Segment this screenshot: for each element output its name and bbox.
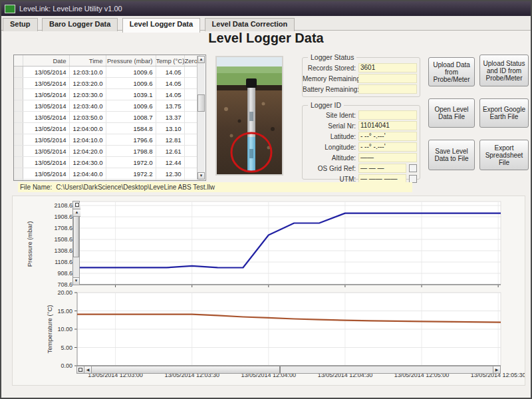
table-cell: 12:03:30.0 (69, 89, 106, 100)
table-cell: 1039.1 (106, 89, 156, 100)
os-grid-ref-field[interactable]: — — — (358, 164, 406, 173)
table-scroll-thumb[interactable] (198, 94, 205, 112)
probe-photo (215, 56, 283, 176)
row-header (14, 112, 23, 123)
table-cell: 1972.2 (106, 168, 156, 180)
file-name-value: C:\Users\DarkScience\Desktop\LeveLine AB… (56, 184, 215, 191)
chart-horizontal-scrollbar[interactable]: ◀ ▶ (76, 366, 501, 374)
open-level-data-button[interactable]: Open Level Data File (428, 98, 475, 128)
upload-data-button[interactable]: Upload Data from Probe/Meter (428, 57, 475, 86)
table-cell: 13/05/2014 (23, 100, 69, 112)
table-cell: 12:03:20.0 (69, 78, 106, 89)
altitude-label: Altitude: (303, 154, 358, 162)
table-cell: 14.05 (156, 89, 184, 100)
table-cell: 12:04:20.0 (69, 146, 106, 157)
y-axis-tick-label: 1508.6 (54, 236, 72, 243)
longitude-label: Longitude: (303, 144, 358, 151)
chart-hscroll-thumb[interactable] (92, 366, 281, 373)
scroll-left-icon[interactable]: ◀ (84, 366, 92, 373)
table-row[interactable]: 13/05/201412:03:50.01008.713.37 (14, 112, 200, 123)
tab-level-logger-data[interactable]: Level Logger Data (122, 18, 200, 33)
table-row[interactable]: 13/05/201412:04:40.01972.212.30 (14, 168, 200, 180)
upload-status-id-button[interactable]: Upload Status and ID from Probe/Meter (479, 55, 529, 86)
save-level-data-button[interactable]: Save Level Data to File (428, 140, 475, 170)
table-row[interactable] (14, 180, 200, 182)
row-header-corner (14, 55, 23, 66)
os-grid-ref-checkbox[interactable] (409, 164, 417, 172)
table-cell: 13.37 (156, 112, 184, 123)
col-date: Date (23, 55, 69, 66)
altitude-field[interactable]: —— (358, 153, 417, 162)
table-cell: 12:04:10.0 (69, 134, 106, 146)
logger-id-group: Logger ID Site Ident: Serial Nr: 1101404… (302, 105, 420, 180)
temperature-chart: 13/05/2014 12:03:0013/05/2014 12:03:3013… (46, 289, 525, 378)
table-cell: 13/05/2014 (23, 89, 69, 100)
chart-vscroll-thumb[interactable] (73, 216, 79, 257)
pressure-chart-vertical-scrollbar[interactable]: ▲ ▼ (72, 201, 80, 285)
site-ident-field[interactable] (358, 110, 417, 120)
table-cell: 13/05/2014 (23, 123, 69, 134)
table-row[interactable]: 13/05/201412:03:40.01009.613.75 (14, 100, 200, 112)
tab-baro-logger-data[interactable]: Baro Logger Data (42, 18, 118, 31)
y-axis-tick-label: 0.00 (61, 362, 72, 369)
export-spreadsheet-button[interactable]: Export Spreadsheet File (479, 140, 529, 170)
table-scrollbar[interactable]: ▲ ▼ (197, 56, 205, 180)
table-cell: 1009.6 (106, 100, 156, 112)
table-cell: 13/05/2014 (23, 157, 69, 168)
pressure-chart: 2108.61908.61708.61508.61308.61108.6908.… (26, 201, 501, 288)
tab-setup[interactable]: Setup (3, 18, 38, 31)
row-header (14, 66, 23, 78)
data-table: Date Time Pressure (mbar) Temp (°C) Zero… (13, 55, 206, 181)
table-row[interactable]: 13/05/201412:03:20.01009.614.05 (14, 78, 200, 89)
row-header (14, 89, 23, 100)
serial-nr-field[interactable]: 11014041 (358, 121, 417, 130)
table-cell: 13/05/2014 (23, 146, 69, 157)
chart-reset-icon[interactable] (73, 203, 80, 209)
y-axis-tick-label: 2108.6 (54, 202, 72, 209)
table-row[interactable]: 13/05/201412:04:00.01584.813.10 (14, 123, 200, 134)
table-cell: 12.61 (156, 146, 184, 157)
table-row[interactable]: 13/05/201412:03:30.01039.114.05 (14, 89, 200, 100)
table-row[interactable]: 13/05/201412:04:30.01972.012.44 (14, 157, 200, 168)
os-grid-ref-label: OS Grid Ref: (303, 165, 358, 172)
row-header (14, 168, 23, 180)
table-cell: 1009.6 (106, 66, 156, 78)
col-pressure: Pressure (mbar) (106, 55, 156, 66)
memory-remaining-field[interactable] (358, 74, 417, 83)
tab-level-data-correction[interactable]: Level Data Correction (205, 18, 295, 31)
records-stored-field[interactable]: 3601 (358, 63, 417, 72)
temperature-axis-title: Temperature (°C) (46, 305, 53, 354)
table-header-row: Date Time Pressure (mbar) Temp (°C) Zero (14, 55, 200, 66)
table-cell: 13/05/2014 (23, 168, 69, 180)
records-stored-label: Records Stored: (303, 65, 358, 72)
scroll-right-icon[interactable]: ▶ (493, 366, 500, 373)
battery-remaining-field[interactable] (358, 84, 417, 94)
latitude-field[interactable]: - --° -.---' (358, 132, 417, 141)
scroll-up-icon[interactable]: ▲ (198, 56, 205, 63)
table-cell: 12:03:10.0 (69, 66, 106, 78)
col-time: Time (69, 55, 106, 66)
longitude-field[interactable]: - --° -.---' (358, 142, 417, 152)
table-row[interactable]: 13/05/201412:04:20.01798.812.61 (14, 146, 200, 157)
table-cell: 12:04:30.0 (69, 157, 106, 168)
row-header (14, 157, 23, 168)
scroll-down-icon[interactable]: ▼ (198, 172, 205, 180)
y-axis-tick-label: 20.00 (57, 289, 72, 296)
tab-bar: Setup Baro Logger Data Level Logger Data… (1, 16, 531, 31)
export-google-earth-button[interactable]: Export Google Earth File (479, 98, 529, 128)
table-cell: 13/05/2014 (23, 112, 69, 123)
table-cell: 12:04:40.0 (69, 168, 106, 180)
table-row[interactable]: 13/05/201412:04:10.01796.612.81 (14, 134, 200, 146)
table-row[interactable]: 13/05/201412:03:10.01009.614.05 (14, 66, 200, 78)
plot-area (77, 201, 501, 285)
probe-illustration (217, 57, 282, 174)
table-cell: 12.44 (156, 157, 184, 168)
scroll-down-icon[interactable]: ▼ (73, 277, 79, 285)
table-cell (156, 180, 184, 182)
table-cell: 12.30 (156, 168, 184, 180)
charts-panel: 2108.61908.61708.61508.61308.61108.6908.… (12, 196, 525, 386)
chart-reset-icon[interactable] (77, 366, 84, 373)
row-header (14, 123, 23, 134)
table-cell: 12:04:00.0 (69, 123, 106, 134)
row-header (14, 146, 23, 157)
